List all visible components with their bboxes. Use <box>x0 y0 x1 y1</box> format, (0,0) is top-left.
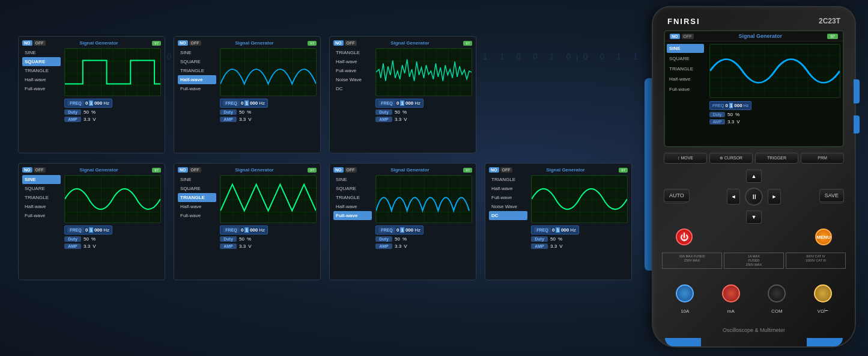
menu-fullwave-3[interactable]: Full-wave <box>333 66 372 75</box>
screen-right-2: FREQ 0 1 000 Hz Duty 50 % <box>220 48 317 122</box>
menu-triangle-7[interactable]: TRIANGLE <box>489 175 527 184</box>
signal-generator-screen-1: NO OFF Signal Generator 97 SINE SQUARE T… <box>18 36 165 153</box>
screen-body-7: TRIANGLE Half-wave Full-wave Noise Wave … <box>489 175 628 249</box>
menu-triangle-4[interactable]: TRIANGLE <box>22 193 61 202</box>
freq-display-2: FREQ 0 1 000 Hz <box>220 99 268 108</box>
menu-sine[interactable]: SINE <box>22 48 61 57</box>
battery-indicator: 97 <box>152 41 161 46</box>
no-button-4[interactable]: NO <box>22 167 32 173</box>
top-button-row: ↕ MOVE ⊕ CURSOR TRIGGER PRM <box>664 153 844 164</box>
duty-unit: % <box>91 109 96 115</box>
menu-halfwave-5[interactable]: Half-wave <box>178 202 216 211</box>
no-button-3[interactable]: NO <box>333 40 344 46</box>
menu-triangle-5[interactable]: TRIANGLE <box>178 193 216 202</box>
move-button[interactable]: ↕ MOVE <box>664 153 707 164</box>
no-button-2[interactable]: NO <box>178 40 188 46</box>
freq-display: FREQ 0 1 000 Hz <box>64 99 112 108</box>
menu-halfwave-3[interactable]: Half-wave <box>333 57 372 66</box>
duty-unit-4: % <box>91 236 96 242</box>
ports-area: 10A mA COM VΩ⊢ <box>662 284 846 315</box>
side-button-top[interactable] <box>854 79 860 103</box>
menu-halfwave-7[interactable]: Half-wave <box>489 184 527 193</box>
menu-noisewave-3[interactable]: Noise Wave <box>333 75 372 84</box>
freq-row-4: FREQ 0 1 000 Hz <box>64 226 161 235</box>
menu-fullwave-7[interactable]: Full-wave <box>489 193 527 202</box>
menu-triangle[interactable]: TRIANGLE <box>22 66 61 75</box>
menu-halfwave-6[interactable]: Half-wave <box>333 202 372 211</box>
auto-button[interactable]: AUTO <box>664 189 690 202</box>
screen-body-3: TRIANGLE Half-wave Full-wave Noise Wave … <box>333 48 472 122</box>
off-button-5[interactable]: OFF <box>189 167 201 173</box>
off-button-4[interactable]: OFF <box>34 167 46 173</box>
menu-square-6[interactable]: SQUARE <box>333 184 372 193</box>
save-button[interactable]: SAVE <box>819 189 844 202</box>
menu-square-5[interactable]: SQUARE <box>178 184 216 193</box>
waveform-menu-6: SINE SQUARE TRIANGLE Half-wave Full-wave <box>333 175 372 249</box>
power-button[interactable]: ⏻ <box>676 229 693 245</box>
waveform-menu-4: SINE SQUARE TRIANGLE Half-wave Full-wave <box>22 175 61 249</box>
parameters-4: FREQ 0 1 000 Hz Duty 50 % <box>64 226 161 249</box>
menu-triangle-6[interactable]: TRIANGLE <box>333 193 372 202</box>
no-button-7[interactable]: NO <box>489 167 499 173</box>
warning-label-1: 10A MAX FUSED250V MAX <box>662 253 722 269</box>
duty-value-2: 50 <box>239 109 244 115</box>
screen-title-5: Signal Generator <box>235 167 273 173</box>
menu-fullwave-5[interactable]: Full-wave <box>178 211 216 220</box>
menu-halfwave-2[interactable]: Half-wave <box>178 75 216 84</box>
menu-dc-7[interactable]: DC <box>489 211 527 220</box>
no-off-4: NO OFF <box>22 167 46 173</box>
menu-sine-4[interactable]: SINE <box>22 175 61 184</box>
menu-square[interactable]: SQUARE <box>22 57 61 66</box>
menu-halfwave[interactable]: Half-wave <box>22 75 61 84</box>
menu-halfwave-4[interactable]: Half-wave <box>22 202 61 211</box>
device-duty-row: Duty 50 % <box>709 112 840 117</box>
menu-fullwave[interactable]: Full-wave <box>22 84 61 93</box>
freq-row-2: FREQ 0 1 000 Hz <box>220 99 317 108</box>
port-vo: VΩ⊢ <box>814 284 832 315</box>
menu-square-2[interactable]: SQUARE <box>178 57 216 66</box>
port-10a: 10A <box>676 284 694 315</box>
parameters-2: FREQ 0 1 000 Hz Duty 50 % <box>220 99 317 122</box>
no-button-6[interactable]: NO <box>333 167 344 173</box>
menu-sine-5[interactable]: SINE <box>178 175 216 184</box>
menu-sine-2[interactable]: SINE <box>178 48 216 57</box>
duty-row-6: Duty 50 % <box>375 236 472 242</box>
cursor-button[interactable]: ⊕ CURSOR <box>709 153 753 164</box>
trigger-button[interactable]: TRIGGER <box>755 153 798 164</box>
off-button-7[interactable]: OFF <box>500 167 512 173</box>
off-button-2[interactable]: OFF <box>189 40 201 46</box>
duty-label-3: Duty <box>375 109 392 115</box>
screen-right-4: FREQ 0 1 000 Hz Duty 50 % <box>64 175 161 249</box>
menu-triangle-2[interactable]: TRIANGLE <box>178 66 216 75</box>
screens-row-2: NO OFF Signal Generator 97 SINE SQUARE T… <box>18 163 649 280</box>
side-button-mid[interactable] <box>854 115 860 134</box>
amp-row-5: AMP 3.3 V <box>220 244 317 249</box>
screen-header-4: NO OFF Signal Generator 97 <box>22 167 161 173</box>
freq-label-2: FREQ <box>223 100 240 106</box>
freq-unit-5: Hz <box>259 227 265 233</box>
menu-sine-6[interactable]: SINE <box>333 175 372 184</box>
off-button-6[interactable]: OFF <box>345 167 357 173</box>
device-screen-header: NO OFF Signal Generator 97 <box>665 31 843 41</box>
no-button-5[interactable]: NO <box>178 167 188 173</box>
menu-noisewave-7[interactable]: Noise Wave <box>489 202 527 211</box>
menu-square-4[interactable]: SQUARE <box>22 184 61 193</box>
menu-triangle-3[interactable]: TRIANGLE <box>333 48 372 57</box>
waveform-display-2 <box>220 48 317 96</box>
amp-row: AMP 3.3 V <box>64 117 161 122</box>
menu-fullwave-4[interactable]: Full-wave <box>22 211 61 220</box>
off-button-3[interactable]: OFF <box>345 40 357 46</box>
off-button[interactable]: OFF <box>34 40 46 46</box>
no-button[interactable]: NO <box>22 40 32 46</box>
port-com-circle <box>768 284 786 302</box>
menu-fullwave-2[interactable]: Full-wave <box>178 84 216 93</box>
no-off-2: NO OFF <box>178 40 201 46</box>
device-duty-unit: % <box>735 112 739 117</box>
prm-button[interactable]: PRM <box>801 153 844 164</box>
freq-unit: Hz <box>103 100 109 106</box>
menu-fullwave-6[interactable]: Full-wave <box>333 211 372 220</box>
menu-dc-3[interactable]: DC <box>333 84 372 93</box>
dpad-down[interactable]: ▼ <box>746 210 762 224</box>
battery-4: 97 <box>152 168 161 173</box>
menu-button[interactable]: MENU <box>815 229 832 245</box>
